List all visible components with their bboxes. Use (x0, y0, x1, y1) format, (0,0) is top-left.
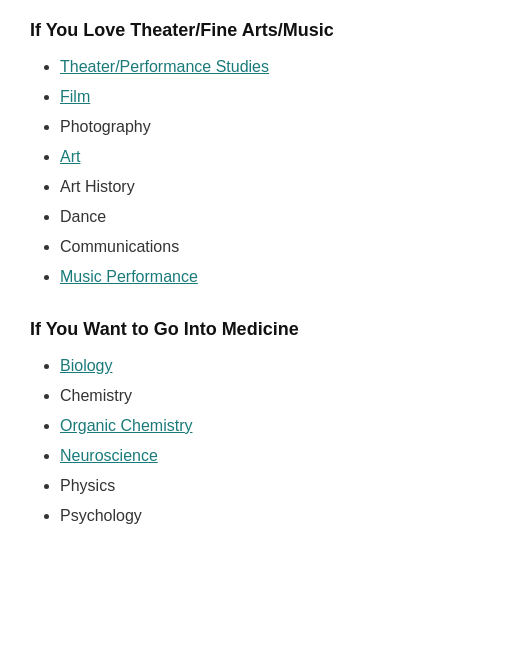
list-item: Theater/Performance Studies (60, 55, 476, 79)
list-item: Chemistry (60, 384, 476, 408)
list-item-link[interactable]: Neuroscience (60, 447, 158, 464)
list-item: Communications (60, 235, 476, 259)
section-theater-fine-arts-music: If You Love Theater/Fine Arts/MusicTheat… (30, 20, 476, 289)
list-item: Art History (60, 175, 476, 199)
list-item-text: Art History (60, 178, 135, 195)
list-item: Neuroscience (60, 444, 476, 468)
list-item-text: Dance (60, 208, 106, 225)
list-item-text: Communications (60, 238, 179, 255)
page-content: If You Love Theater/Fine Arts/MusicTheat… (30, 20, 476, 528)
list-item-link[interactable]: Film (60, 88, 90, 105)
section-title: If You Want to Go Into Medicine (30, 319, 476, 340)
list-item: Music Performance (60, 265, 476, 289)
list-item: Physics (60, 474, 476, 498)
list-item-text: Physics (60, 477, 115, 494)
section-medicine: If You Want to Go Into MedicineBiologyCh… (30, 319, 476, 528)
list-item: Art (60, 145, 476, 169)
list-item-text: Chemistry (60, 387, 132, 404)
section-list: BiologyChemistryOrganic ChemistryNeurosc… (30, 354, 476, 528)
list-item: Psychology (60, 504, 476, 528)
section-title: If You Love Theater/Fine Arts/Music (30, 20, 476, 41)
list-item-text: Photography (60, 118, 151, 135)
list-item-link[interactable]: Organic Chemistry (60, 417, 192, 434)
list-item: Dance (60, 205, 476, 229)
list-item-link[interactable]: Music Performance (60, 268, 198, 285)
list-item-text: Psychology (60, 507, 142, 524)
list-item: Biology (60, 354, 476, 378)
list-item: Film (60, 85, 476, 109)
section-list: Theater/Performance StudiesFilmPhotograp… (30, 55, 476, 289)
list-item: Photography (60, 115, 476, 139)
list-item-link[interactable]: Biology (60, 357, 112, 374)
list-item-link[interactable]: Art (60, 148, 80, 165)
list-item: Organic Chemistry (60, 414, 476, 438)
list-item-link[interactable]: Theater/Performance Studies (60, 58, 269, 75)
